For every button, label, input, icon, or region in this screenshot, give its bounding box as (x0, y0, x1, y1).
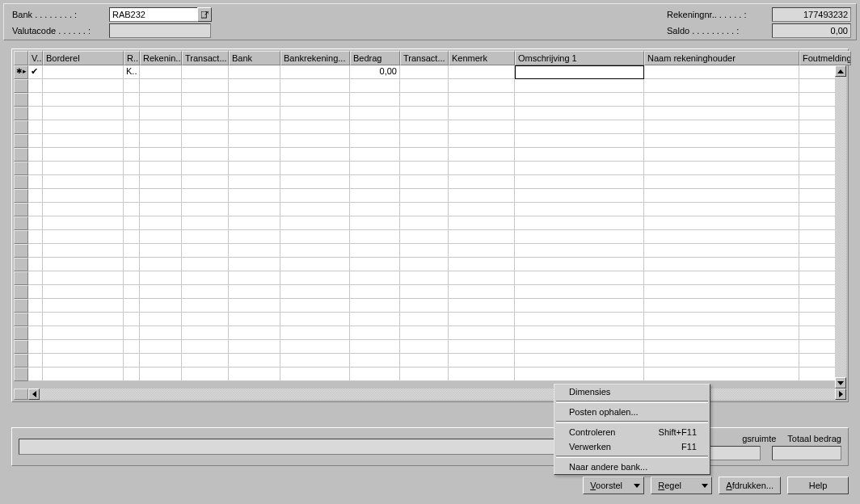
cell[interactable] (28, 175, 43, 189)
cell[interactable] (449, 340, 515, 354)
row-header[interactable] (14, 230, 28, 244)
vscroll-track[interactable] (835, 77, 846, 377)
cell[interactable] (644, 216, 799, 230)
table-row[interactable] (14, 244, 846, 258)
row-header[interactable] (14, 79, 28, 93)
cell[interactable] (229, 230, 280, 244)
cell[interactable] (449, 285, 515, 299)
cell[interactable] (515, 189, 644, 203)
cell[interactable] (182, 93, 229, 107)
cell[interactable] (28, 79, 43, 93)
cell[interactable] (350, 230, 400, 244)
cell[interactable] (449, 244, 515, 258)
cell[interactable] (28, 313, 43, 326)
cell[interactable] (182, 244, 229, 258)
cell[interactable] (182, 148, 229, 162)
cell[interactable] (515, 299, 644, 313)
cell[interactable] (449, 79, 515, 93)
cell[interactable] (515, 93, 644, 107)
cell[interactable] (644, 120, 799, 134)
cell[interactable] (229, 175, 280, 189)
col-kenmerk[interactable]: Kenmerk (449, 51, 515, 65)
cell[interactable] (140, 230, 182, 244)
cell[interactable] (449, 230, 515, 244)
cell[interactable] (43, 203, 124, 216)
cell[interactable] (28, 162, 43, 175)
cell[interactable] (182, 271, 229, 285)
cell[interactable] (43, 216, 124, 230)
cell[interactable] (644, 148, 799, 162)
cell[interactable] (400, 216, 449, 230)
cell[interactable] (140, 162, 182, 175)
cell[interactable] (515, 134, 644, 148)
cell[interactable] (140, 189, 182, 203)
col-bank[interactable]: Bank (229, 51, 280, 65)
table-row[interactable] (14, 203, 846, 216)
cell[interactable] (124, 79, 140, 93)
cell[interactable] (182, 299, 229, 313)
cell[interactable] (124, 313, 140, 326)
col-omschrijving[interactable]: Omschrijving 1 (515, 51, 644, 65)
cell[interactable] (124, 107, 140, 120)
row-header[interactable]: ✱▸ (14, 65, 28, 79)
cell[interactable] (182, 230, 229, 244)
cell[interactable] (43, 285, 124, 299)
cell[interactable] (449, 148, 515, 162)
hscroll-left-button[interactable] (28, 388, 40, 400)
cell[interactable] (124, 299, 140, 313)
cell[interactable] (350, 79, 400, 93)
cell[interactable] (449, 134, 515, 148)
cell[interactable] (229, 79, 280, 93)
cell[interactable] (350, 285, 400, 299)
cell[interactable] (449, 368, 515, 381)
col-foutmelding[interactable]: Foutmelding (799, 51, 851, 65)
cell[interactable] (43, 354, 124, 368)
cell[interactable] (140, 175, 182, 189)
col-borderel[interactable]: Borderel (43, 51, 124, 65)
cell[interactable] (280, 258, 350, 271)
regel-button[interactable]: Regel (651, 477, 712, 494)
table-row[interactable] (14, 313, 846, 326)
table-row[interactable] (14, 107, 846, 120)
cell[interactable] (28, 326, 43, 340)
cell[interactable] (124, 368, 140, 381)
cell[interactable] (350, 203, 400, 216)
cell[interactable] (280, 120, 350, 134)
cell[interactable] (515, 79, 644, 93)
cell[interactable] (449, 175, 515, 189)
row-header[interactable] (14, 326, 28, 340)
cell[interactable] (28, 340, 43, 354)
cell[interactable] (28, 134, 43, 148)
cell[interactable] (182, 313, 229, 326)
voorstel-button[interactable]: Voorstel (583, 477, 644, 494)
table-row[interactable]: ✱▸✔K..0,00 (14, 65, 846, 79)
cell[interactable] (28, 271, 43, 285)
cell[interactable] (140, 326, 182, 340)
cell[interactable] (400, 148, 449, 162)
cell[interactable] (140, 79, 182, 93)
cell[interactable] (28, 148, 43, 162)
cell[interactable] (644, 244, 799, 258)
valuta-field[interactable] (109, 23, 211, 38)
row-header[interactable] (14, 203, 28, 216)
cell[interactable] (515, 326, 644, 340)
cell[interactable] (124, 285, 140, 299)
cell[interactable] (449, 65, 515, 79)
cell[interactable] (140, 203, 182, 216)
cell[interactable] (140, 285, 182, 299)
cell[interactable] (644, 271, 799, 285)
table-row[interactable] (14, 354, 846, 368)
vscroll-down-button[interactable] (835, 377, 846, 388)
cell[interactable] (43, 107, 124, 120)
cell[interactable] (43, 340, 124, 354)
cell[interactable] (644, 285, 799, 299)
cell[interactable] (229, 271, 280, 285)
row-header[interactable] (14, 216, 28, 230)
cell[interactable]: 0,00 (350, 65, 400, 79)
cell[interactable] (140, 120, 182, 134)
cell[interactable] (280, 354, 350, 368)
cell[interactable] (140, 134, 182, 148)
cell[interactable] (449, 203, 515, 216)
cell[interactable] (140, 313, 182, 326)
cell[interactable] (350, 271, 400, 285)
